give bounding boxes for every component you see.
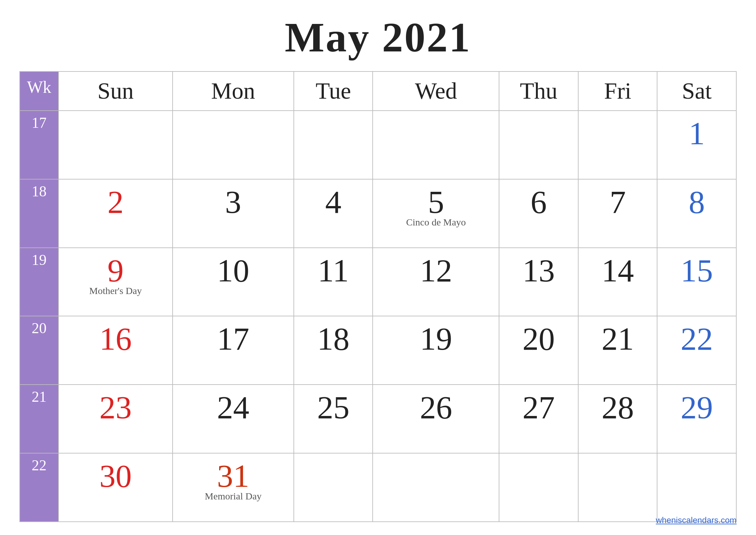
wk-cell-2: 19 [20, 248, 59, 316]
calendar-container: Wk Sun Mon Tue Wed Thu Fri Sat 171182345… [19, 71, 737, 522]
day-cell-4-6: 29 [657, 384, 736, 453]
watermark[interactable]: wheniscalendars.com [656, 515, 737, 525]
day-cell-0-3 [373, 111, 499, 179]
day-cell-4-3: 26 [373, 384, 499, 453]
week-row-5: 223031Memorial Day [20, 453, 736, 522]
day-number: 3 [179, 184, 287, 220]
day-cell-2-3: 12 [373, 248, 499, 316]
fri-header: Fri [578, 71, 658, 111]
day-number: 19 [379, 321, 492, 357]
day-cell-3-3: 19 [373, 316, 499, 384]
calendar-page: May 2021 Wk Sun Mon Tue Wed Thu Fri Sat … [0, 0, 756, 535]
day-number: 20 [506, 321, 571, 357]
day-cell-4-5: 28 [578, 384, 658, 453]
day-number: 2 [65, 184, 166, 220]
day-number: 25 [301, 390, 366, 425]
day-number: 10 [179, 253, 287, 289]
day-cell-1-3: 5Cinco de Mayo [373, 179, 499, 248]
day-cell-2-6: 15 [657, 248, 736, 316]
day-number: 13 [506, 253, 571, 289]
day-number: 9 [65, 253, 166, 289]
day-cell-2-1: 10 [173, 248, 294, 316]
wk-cell-4: 21 [20, 384, 59, 453]
mon-header: Mon [173, 71, 294, 111]
day-cell-3-2: 18 [294, 316, 373, 384]
holiday-label: Mother's Day [65, 285, 166, 296]
day-cell-4-0: 23 [59, 384, 173, 453]
thu-header: Thu [499, 71, 578, 111]
wk-cell-0: 17 [20, 111, 59, 179]
day-number: 12 [379, 253, 492, 289]
day-cell-4-4: 27 [499, 384, 578, 453]
wk-cell-5: 22 [20, 453, 59, 522]
day-number: 22 [664, 321, 730, 357]
day-number: 16 [65, 321, 166, 357]
day-cell-0-6: 1 [657, 111, 736, 179]
day-number: 31 [179, 458, 287, 494]
calendar-body: 171182345Cinco de Mayo678199Mother's Day… [20, 111, 736, 522]
day-number: 24 [179, 390, 287, 425]
week-row-4: 2123242526272829 [20, 384, 736, 453]
calendar-table: Wk Sun Mon Tue Wed Thu Fri Sat 171182345… [19, 71, 737, 522]
wk-cell-1: 18 [20, 179, 59, 248]
day-cell-1-4: 6 [499, 179, 578, 248]
day-cell-2-4: 13 [499, 248, 578, 316]
day-cell-5-6 [657, 453, 736, 522]
holiday-label: Cinco de Mayo [379, 217, 492, 228]
sun-header: Sun [59, 71, 173, 111]
day-number: 6 [506, 184, 571, 220]
holiday-label: Memorial Day [179, 491, 287, 502]
day-cell-0-5 [578, 111, 658, 179]
day-cell-5-5 [578, 453, 658, 522]
day-cell-3-5: 21 [578, 316, 658, 384]
day-cell-5-3 [373, 453, 499, 522]
week-row-3: 2016171819202122 [20, 316, 736, 384]
day-cell-2-5: 14 [578, 248, 658, 316]
day-number: 17 [179, 321, 287, 357]
week-row-0: 171 [20, 111, 736, 179]
day-number: 23 [65, 390, 166, 425]
wk-cell-3: 20 [20, 316, 59, 384]
day-cell-5-4 [499, 453, 578, 522]
day-number: 11 [301, 253, 366, 289]
day-cell-2-0: 9Mother's Day [59, 248, 173, 316]
day-cell-1-1: 3 [173, 179, 294, 248]
wed-header: Wed [373, 71, 499, 111]
day-cell-0-4 [499, 111, 578, 179]
day-cell-2-2: 11 [294, 248, 373, 316]
day-number: 28 [585, 390, 651, 425]
day-number: 5 [379, 184, 492, 220]
day-number: 4 [301, 184, 366, 220]
day-cell-5-0: 30 [59, 453, 173, 522]
tue-header: Tue [294, 71, 373, 111]
day-number: 7 [585, 184, 651, 220]
day-number: 26 [379, 390, 492, 425]
day-cell-4-2: 25 [294, 384, 373, 453]
sat-header: Sat [657, 71, 736, 111]
day-cell-1-0: 2 [59, 179, 173, 248]
day-cell-0-1 [173, 111, 294, 179]
day-cell-3-1: 17 [173, 316, 294, 384]
day-cell-5-1: 31Memorial Day [173, 453, 294, 522]
day-cell-3-6: 22 [657, 316, 736, 384]
week-row-1: 182345Cinco de Mayo678 [20, 179, 736, 248]
day-cell-0-2 [294, 111, 373, 179]
day-number: 14 [585, 253, 651, 289]
day-cell-3-0: 16 [59, 316, 173, 384]
day-cell-1-6: 8 [657, 179, 736, 248]
day-cell-3-4: 20 [499, 316, 578, 384]
wk-header: Wk [20, 71, 59, 111]
day-number: 21 [585, 321, 651, 357]
day-number: 29 [664, 390, 730, 425]
header-row: Wk Sun Mon Tue Wed Thu Fri Sat [20, 71, 736, 111]
day-number: 15 [664, 253, 730, 289]
day-cell-5-2 [294, 453, 373, 522]
day-number: 8 [664, 184, 730, 220]
day-cell-1-2: 4 [294, 179, 373, 248]
day-number: 1 [664, 116, 730, 152]
day-number: 18 [301, 321, 366, 357]
calendar-title: May 2021 [285, 13, 471, 62]
day-cell-4-1: 24 [173, 384, 294, 453]
day-number: 27 [506, 390, 571, 425]
day-cell-1-5: 7 [578, 179, 658, 248]
